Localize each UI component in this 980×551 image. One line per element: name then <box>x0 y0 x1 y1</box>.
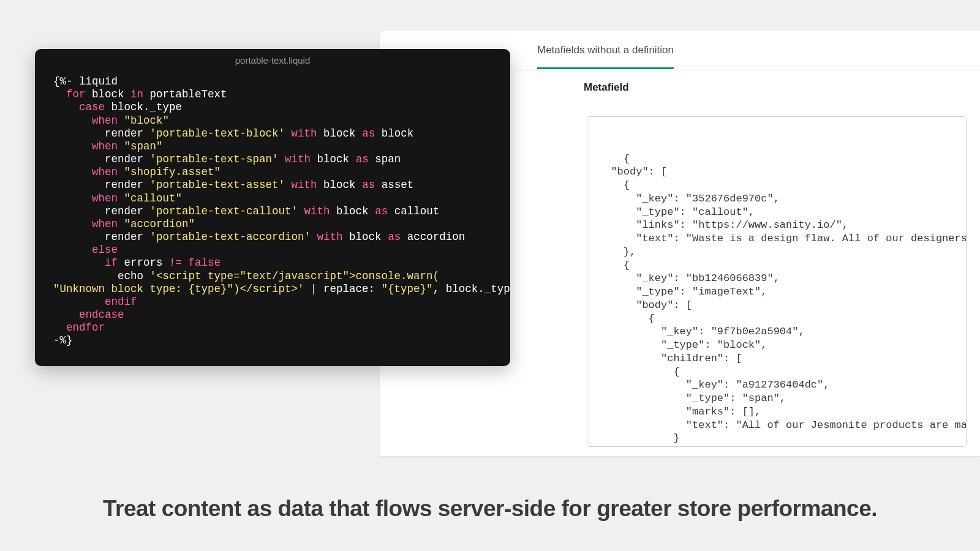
expand-icon[interactable] <box>944 124 957 138</box>
code-editor-panel: portable-text.liquid {%- liquid for bloc… <box>35 49 510 366</box>
tab-metafields-without-definition[interactable]: Metafields without a definition <box>537 32 674 69</box>
code-filename: portable-text.liquid <box>35 49 510 69</box>
page-headline: Treat content as data that flows server-… <box>0 496 980 522</box>
metafield-json-content: { "body": [ { "_key": "352676de970c", "_… <box>598 153 967 448</box>
format-json-link[interactable]: Format JSON <box>587 455 647 456</box>
code-content[interactable]: {%- liquid for block in portableText cas… <box>35 69 510 360</box>
metafield-json-editor[interactable]: { "body": [ { "_key": "352676de970c", "_… <box>587 116 967 447</box>
